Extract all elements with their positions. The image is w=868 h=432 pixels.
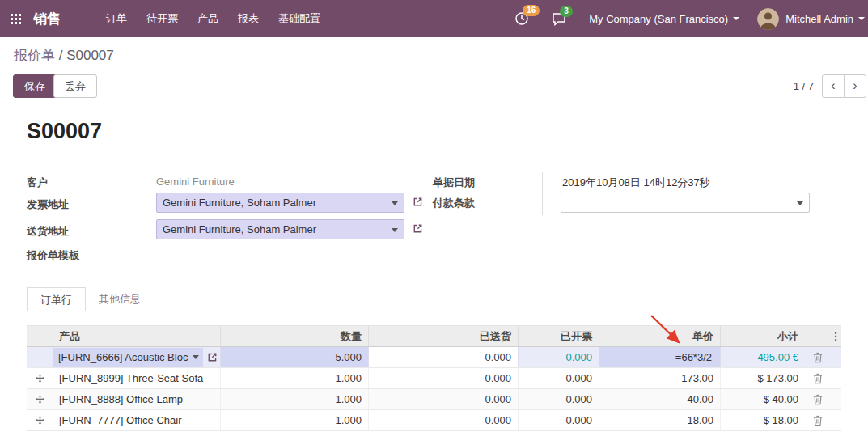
user-name: Mitchell Admin [785,13,853,25]
company-name: My Company (San Francisco) [589,13,728,25]
customer-value[interactable]: Gemini Furniture [156,176,235,188]
chevron-down-icon[interactable] [797,201,803,205]
table-row: [FURN_8999] Three-Seat Sofa 1.000 0.000 … [27,368,841,389]
breadcrumb-parent-link[interactable]: 报价单 [14,48,55,63]
product-cell[interactable]: [FURN_7777] Office Chair [53,410,220,430]
subtotal-cell: $ 18.00 [720,410,805,430]
activity-clock-icon[interactable]: 16 [514,11,529,26]
pager-prev-button[interactable]: ‹ [822,74,845,98]
app-name[interactable]: 销售 [33,10,61,28]
invoiced-cell[interactable]: 0.000 [518,389,599,409]
col-unit-price[interactable]: 单价 [599,326,720,346]
col-trash [805,326,830,346]
drag-handle-icon[interactable] [27,410,53,430]
menu-to-invoice[interactable]: 待开票 [137,0,188,37]
pager: ‹ › [822,74,866,98]
external-link-icon[interactable] [207,352,218,362]
qty-cell[interactable]: 1.000 [220,389,368,409]
invoiced-cell[interactable]: 0.000 [518,368,599,388]
discard-button[interactable]: 丢弃 [53,74,97,98]
delivered-cell[interactable]: 0.000 [368,368,518,388]
tab-other-info[interactable]: 其他信息 [86,287,154,311]
invoiced-cell[interactable]: 0.000 [518,410,599,430]
save-button[interactable]: 保存 [13,74,57,98]
row-handle-cell [27,347,53,367]
unit-price-cell[interactable]: =66*3/2 [599,347,720,367]
unit-price-cell[interactable]: 18.00 [599,410,720,430]
product-name: [FURN_6666] Acoustic Bloc S [58,347,189,367]
chevron-down-icon [858,17,865,20]
delete-row-icon[interactable] [805,368,830,388]
chevron-down-icon[interactable] [392,201,398,205]
chevron-down-icon[interactable] [193,355,199,359]
product-cell[interactable]: [FURN_8999] Three-Seat Sofa [53,368,220,388]
record-title: S00007 [27,119,102,144]
product-cell[interactable]: [FURN_6666] Acoustic Bloc S [53,347,220,367]
field-group-separator [542,172,543,215]
breadcrumb-separator: / [55,48,66,63]
drag-handle-icon[interactable] [27,389,53,409]
unit-price-cell[interactable]: 173.00 [599,368,720,388]
qty-cell[interactable]: 1.000 [220,368,368,388]
external-link-icon[interactable] [413,197,423,207]
systray: 16 3 My Company (San Francisco) Mitchell… [514,0,868,37]
pager-value: 1 / 7 [794,80,814,92]
unit-price-cell[interactable]: 40.00 [599,389,720,409]
menu-products[interactable]: 产品 [188,0,228,37]
menu-reporting[interactable]: 报表 [228,0,269,37]
avatar[interactable] [757,8,779,30]
qty-cell[interactable]: 1.000 [220,410,368,430]
table-row: [FURN_8888] Office Lamp 1.000 0.000 0.00… [27,389,841,410]
menu-configuration[interactable]: 基础配置 [269,0,330,37]
col-delivered[interactable]: 已送货 [368,326,518,346]
external-link-icon[interactable] [413,223,423,234]
activity-count-badge[interactable]: 16 [523,5,540,16]
message-count-badge[interactable]: 3 [560,6,573,17]
breadcrumb: 报价单 / S00007 [14,46,114,65]
col-product[interactable]: 产品 [53,326,220,346]
col-subtotal[interactable]: 小计 [720,326,805,346]
spacer-cell [830,347,843,367]
breadcrumb-current: S00007 [66,48,114,63]
unit-price-input[interactable]: =66*3/2 [675,351,712,363]
chevron-down-icon[interactable] [392,228,398,232]
table-row: [FURN_7777] Office Chair 1.000 0.000 0.0… [27,410,841,431]
pager-next-button[interactable]: › [844,74,866,98]
drag-handle-icon[interactable] [27,368,53,388]
delete-row-icon[interactable] [805,347,830,367]
tab-order-lines[interactable]: 订单行 [27,287,86,311]
spacer-cell [830,368,843,388]
user-menu[interactable]: Mitchell Admin [785,13,865,25]
invoice-address-label: 发票地址 [27,197,69,212]
subtotal-cell: $ 173.00 [720,368,805,388]
customer-label: 客户 [27,176,48,190]
delivered-cell[interactable]: 0.000 [368,410,518,430]
top-navbar: 销售 订单 待开票 产品 报表 基础配置 16 3 My Company (Sa… [0,0,868,37]
delete-row-icon[interactable] [805,389,830,409]
messages-icon[interactable]: 3 [552,12,566,26]
invoiced-cell[interactable]: 0.000 [518,347,599,367]
delivered-cell[interactable]: 0.000 [368,347,518,367]
spacer-cell [830,410,843,430]
col-qty[interactable]: 数量 [220,326,368,346]
product-cell[interactable]: [FURN_8888] Office Lamp [53,389,220,409]
order-date-label: 单据日期 [433,176,475,190]
invoice-address-input[interactable]: Gemini Furniture, Soham Palmer [156,193,404,213]
company-menu[interactable]: My Company (San Francisco) [589,13,739,25]
column-options-icon[interactable]: ⋮ [830,326,841,346]
apps-menu-icon[interactable] [0,0,32,37]
delete-row-icon[interactable] [805,410,830,430]
table-row: [FURN_6666] Acoustic Bloc S 5.000 0.000 … [27,347,841,368]
col-invoiced[interactable]: 已开票 [518,326,599,346]
order-lines-table: 产品 数量 已送货 已开票 单价 小计 ⋮ [FURN_6666] Acoust… [27,325,841,431]
qty-cell[interactable]: 5.000 [220,347,368,367]
order-date-value[interactable]: 2019年10月08日 14时12分37秒 [562,176,710,190]
spacer-cell [830,389,843,409]
payment-terms-label: 付款条款 [433,196,475,210]
delivery-address-value: Gemini Furniture, Soham Palmer [163,223,316,235]
delivery-address-input[interactable]: Gemini Furniture, Soham Palmer [156,219,404,239]
payment-terms-select[interactable] [561,193,810,213]
text-cursor [713,352,713,362]
delivered-cell[interactable]: 0.000 [368,389,518,409]
menu-orders[interactable]: 订单 [96,0,137,37]
